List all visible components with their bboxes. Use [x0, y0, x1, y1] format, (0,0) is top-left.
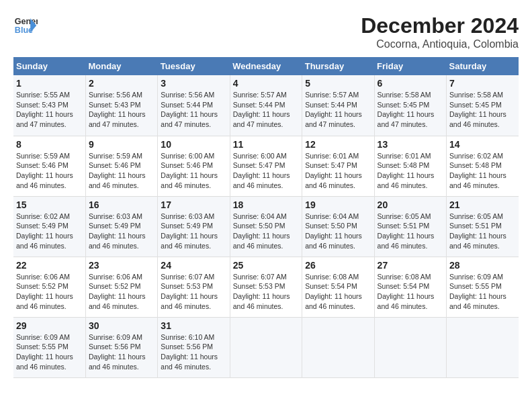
day-info: Sunrise: 5:57 AM Sunset: 5:44 PM Dayligh…: [233, 90, 299, 130]
day-number: 30: [89, 320, 154, 331]
week-row-5: 29Sunrise: 6:09 AM Sunset: 5:55 PM Dayli…: [13, 317, 519, 377]
day-info: Sunrise: 5:59 AM Sunset: 5:46 PM Dayligh…: [16, 151, 83, 191]
day-number: 16: [89, 199, 154, 210]
day-cell: [230, 317, 302, 377]
day-info: Sunrise: 6:09 AM Sunset: 5:55 PM Dayligh…: [16, 332, 83, 372]
day-number: 20: [378, 199, 443, 210]
day-cell: 25Sunrise: 6:07 AM Sunset: 5:53 PM Dayli…: [230, 257, 302, 317]
day-cell: [302, 317, 374, 377]
week-row-4: 22Sunrise: 6:06 AM Sunset: 5:52 PM Dayli…: [13, 257, 519, 317]
col-header-wednesday: Wednesday: [230, 57, 302, 75]
day-number: 5: [305, 78, 371, 89]
day-info: Sunrise: 6:09 AM Sunset: 5:56 PM Dayligh…: [89, 332, 154, 372]
logo-icon: General Blue: [13, 13, 38, 38]
day-number: 14: [449, 139, 516, 150]
day-number: 12: [305, 139, 371, 150]
day-info: Sunrise: 6:04 AM Sunset: 5:50 PM Dayligh…: [233, 212, 299, 251]
day-cell: 29Sunrise: 6:09 AM Sunset: 5:55 PM Dayli…: [13, 317, 85, 377]
svg-text:Blue: Blue: [15, 26, 33, 35]
day-number: 3: [161, 78, 226, 89]
day-number: 24: [161, 260, 226, 271]
day-cell: 6Sunrise: 5:58 AM Sunset: 5:45 PM Daylig…: [374, 75, 446, 136]
day-info: Sunrise: 6:08 AM Sunset: 5:54 PM Dayligh…: [378, 272, 443, 312]
day-cell: 31Sunrise: 6:10 AM Sunset: 5:56 PM Dayli…: [158, 317, 230, 377]
logo: General Blue: [13, 13, 38, 38]
col-header-monday: Monday: [85, 57, 157, 75]
day-cell: 1Sunrise: 5:55 AM Sunset: 5:43 PM Daylig…: [13, 75, 85, 136]
day-number: 13: [378, 139, 443, 150]
day-number: 18: [233, 199, 299, 210]
day-info: Sunrise: 6:07 AM Sunset: 5:53 PM Dayligh…: [233, 272, 299, 312]
day-info: Sunrise: 5:59 AM Sunset: 5:46 PM Dayligh…: [89, 151, 154, 191]
col-header-friday: Friday: [374, 57, 446, 75]
day-cell: [374, 317, 446, 377]
day-number: 11: [233, 139, 299, 150]
header: General Blue December 2024 Cocorna, Anti…: [13, 13, 519, 50]
day-number: 22: [16, 260, 83, 271]
subtitle: Cocorna, Antioquia, Colombia: [361, 38, 519, 50]
day-info: Sunrise: 5:58 AM Sunset: 5:45 PM Dayligh…: [378, 90, 443, 130]
day-info: Sunrise: 6:07 AM Sunset: 5:53 PM Dayligh…: [161, 272, 226, 312]
day-number: 4: [233, 78, 299, 89]
day-cell: 11Sunrise: 6:00 AM Sunset: 5:47 PM Dayli…: [230, 136, 302, 196]
day-cell: 4Sunrise: 5:57 AM Sunset: 5:44 PM Daylig…: [230, 75, 302, 136]
day-info: Sunrise: 6:03 AM Sunset: 5:49 PM Dayligh…: [89, 212, 154, 251]
col-header-tuesday: Tuesday: [158, 57, 230, 75]
day-number: 2: [89, 78, 154, 89]
day-cell: 27Sunrise: 6:08 AM Sunset: 5:54 PM Dayli…: [374, 257, 446, 317]
col-header-saturday: Saturday: [447, 57, 519, 75]
day-number: 28: [449, 260, 516, 271]
day-cell: 3Sunrise: 5:56 AM Sunset: 5:44 PM Daylig…: [158, 75, 230, 136]
day-info: Sunrise: 6:04 AM Sunset: 5:50 PM Dayligh…: [305, 212, 371, 251]
day-cell: 21Sunrise: 6:05 AM Sunset: 5:51 PM Dayli…: [447, 196, 519, 257]
day-cell: 5Sunrise: 5:57 AM Sunset: 5:44 PM Daylig…: [302, 75, 374, 136]
day-info: Sunrise: 5:56 AM Sunset: 5:44 PM Dayligh…: [161, 90, 226, 130]
day-cell: 30Sunrise: 6:09 AM Sunset: 5:56 PM Dayli…: [85, 317, 157, 377]
day-cell: 16Sunrise: 6:03 AM Sunset: 5:49 PM Dayli…: [85, 196, 157, 257]
day-cell: 19Sunrise: 6:04 AM Sunset: 5:50 PM Dayli…: [302, 196, 374, 257]
day-cell: 23Sunrise: 6:06 AM Sunset: 5:52 PM Dayli…: [85, 257, 157, 317]
calendar-table: SundayMondayTuesdayWednesdayThursdayFrid…: [13, 57, 519, 378]
day-number: 25: [233, 260, 299, 271]
day-info: Sunrise: 6:02 AM Sunset: 5:49 PM Dayligh…: [16, 212, 83, 251]
week-row-2: 8Sunrise: 5:59 AM Sunset: 5:46 PM Daylig…: [13, 136, 519, 196]
day-cell: 20Sunrise: 6:05 AM Sunset: 5:51 PM Dayli…: [374, 196, 446, 257]
day-cell: 10Sunrise: 6:00 AM Sunset: 5:46 PM Dayli…: [158, 136, 230, 196]
day-info: Sunrise: 5:58 AM Sunset: 5:45 PM Dayligh…: [449, 90, 516, 130]
title-area: December 2024 Cocorna, Antioquia, Colomb…: [361, 13, 519, 50]
day-cell: 14Sunrise: 6:02 AM Sunset: 5:48 PM Dayli…: [447, 136, 519, 196]
day-info: Sunrise: 6:03 AM Sunset: 5:49 PM Dayligh…: [161, 212, 226, 251]
day-cell: 2Sunrise: 5:56 AM Sunset: 5:43 PM Daylig…: [85, 75, 157, 136]
day-number: 8: [16, 139, 83, 150]
day-number: 17: [161, 199, 226, 210]
day-number: 21: [449, 199, 516, 210]
day-number: 1: [16, 78, 83, 89]
day-number: 15: [16, 199, 83, 210]
day-number: 19: [305, 199, 371, 210]
day-cell: 8Sunrise: 5:59 AM Sunset: 5:46 PM Daylig…: [13, 136, 85, 196]
day-cell: 18Sunrise: 6:04 AM Sunset: 5:50 PM Dayli…: [230, 196, 302, 257]
day-cell: 22Sunrise: 6:06 AM Sunset: 5:52 PM Dayli…: [13, 257, 85, 317]
day-info: Sunrise: 6:10 AM Sunset: 5:56 PM Dayligh…: [161, 332, 226, 372]
col-header-thursday: Thursday: [302, 57, 374, 75]
day-info: Sunrise: 6:01 AM Sunset: 5:48 PM Dayligh…: [378, 151, 443, 191]
day-info: Sunrise: 6:06 AM Sunset: 5:52 PM Dayligh…: [89, 272, 154, 312]
day-number: 29: [16, 320, 83, 331]
day-cell: 12Sunrise: 6:01 AM Sunset: 5:47 PM Dayli…: [302, 136, 374, 196]
day-cell: 26Sunrise: 6:08 AM Sunset: 5:54 PM Dayli…: [302, 257, 374, 317]
main-title: December 2024: [361, 13, 519, 38]
day-number: 6: [378, 78, 443, 89]
header-row: SundayMondayTuesdayWednesdayThursdayFrid…: [13, 57, 519, 75]
day-number: 23: [89, 260, 154, 271]
day-info: Sunrise: 5:55 AM Sunset: 5:43 PM Dayligh…: [16, 90, 83, 130]
day-cell: [447, 317, 519, 377]
day-info: Sunrise: 6:09 AM Sunset: 5:55 PM Dayligh…: [449, 272, 516, 312]
day-cell: 7Sunrise: 5:58 AM Sunset: 5:45 PM Daylig…: [447, 75, 519, 136]
day-info: Sunrise: 6:02 AM Sunset: 5:48 PM Dayligh…: [449, 151, 516, 191]
day-info: Sunrise: 5:57 AM Sunset: 5:44 PM Dayligh…: [305, 90, 371, 130]
col-header-sunday: Sunday: [13, 57, 85, 75]
day-info: Sunrise: 5:56 AM Sunset: 5:43 PM Dayligh…: [89, 90, 154, 130]
day-cell: 13Sunrise: 6:01 AM Sunset: 5:48 PM Dayli…: [374, 136, 446, 196]
day-info: Sunrise: 6:00 AM Sunset: 5:47 PM Dayligh…: [233, 151, 299, 191]
week-row-1: 1Sunrise: 5:55 AM Sunset: 5:43 PM Daylig…: [13, 75, 519, 136]
